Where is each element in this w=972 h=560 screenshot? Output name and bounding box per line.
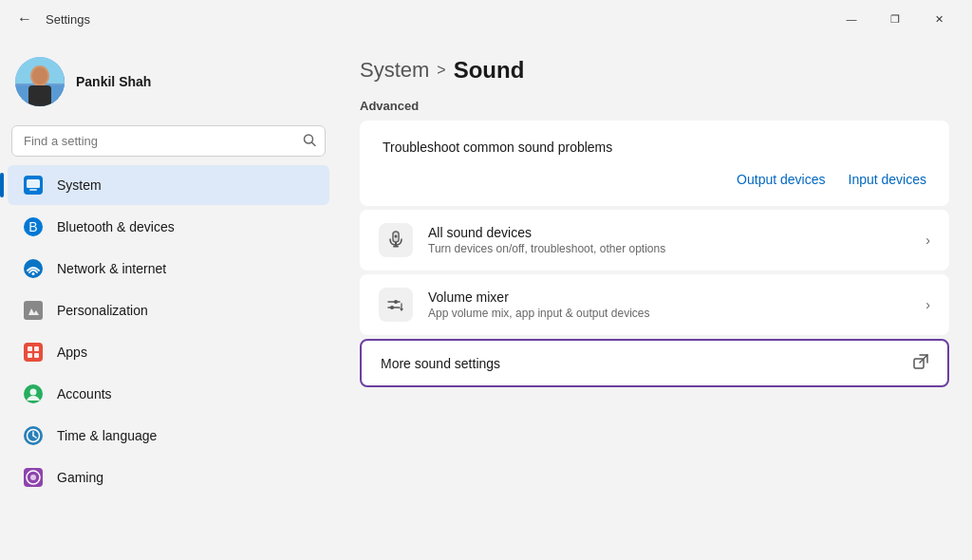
volume-mixer-text: Volume mixer App volume mix, app input &… (428, 289, 910, 320)
all-sound-devices-subtitle: Turn devices on/off, troubleshoot, other… (428, 242, 910, 255)
sidebar-item-accounts-label: Accounts (57, 386, 112, 401)
sidebar-item-network[interactable]: Network & internet (8, 249, 329, 289)
volume-mixer-icon (379, 288, 413, 322)
network-icon (23, 258, 44, 279)
volume-mixer-card: Volume mixer App volume mix, app input &… (360, 274, 949, 335)
search-input[interactable] (11, 125, 326, 157)
back-button[interactable]: ← (11, 6, 38, 32)
svg-point-29 (30, 475, 36, 480)
all-sound-devices-title: All sound devices (428, 225, 910, 240)
all-sound-devices-chevron: › (925, 233, 930, 248)
sidebar-item-gaming-label: Gaming (57, 470, 103, 485)
minimize-button[interactable]: — (830, 4, 873, 34)
breadcrumb-current: Sound (454, 57, 525, 84)
svg-rect-20 (34, 353, 39, 358)
sidebar-item-gaming[interactable]: Gaming (8, 457, 329, 497)
breadcrumb: System > Sound (360, 57, 949, 84)
time-icon (23, 425, 44, 446)
sidebar-item-bluetooth[interactable]: B Bluetooth & devices (8, 207, 329, 247)
all-sound-devices-text: All sound devices Turn devices on/off, t… (428, 225, 910, 255)
section-label-advanced: Advanced (360, 99, 949, 113)
troubleshoot-title: Troubleshoot common sound problems (383, 140, 926, 155)
sidebar: Pankil Shah System (0, 38, 337, 560)
sidebar-item-personalization[interactable]: Personalization (8, 290, 329, 330)
close-button[interactable]: ✕ (917, 4, 961, 34)
volume-mixer-title: Volume mixer (428, 289, 910, 305)
sidebar-item-personalization-label: Personalization (57, 303, 148, 318)
svg-rect-34 (393, 246, 399, 248)
troubleshoot-links: Output devices Input devices (383, 172, 926, 187)
bluetooth-icon: B (23, 216, 44, 237)
volume-mixer-row[interactable]: Volume mixer App volume mix, app input &… (360, 274, 949, 335)
svg-rect-17 (28, 346, 32, 351)
svg-point-5 (32, 67, 47, 84)
sidebar-item-accounts[interactable]: Accounts (8, 374, 329, 414)
svg-rect-9 (27, 179, 40, 188)
sidebar-item-time[interactable]: Time & language (8, 416, 329, 456)
svg-rect-15 (24, 301, 43, 320)
all-sound-devices-row[interactable]: All sound devices Turn devices on/off, t… (360, 210, 949, 271)
svg-line-7 (312, 142, 316, 146)
window-controls: — ❐ ✕ (830, 4, 961, 34)
svg-rect-19 (28, 353, 32, 358)
sidebar-item-apps-label: Apps (57, 345, 87, 360)
more-sound-settings-title: More sound settings (381, 356, 898, 371)
gaming-icon (23, 467, 44, 488)
apps-icon (23, 342, 44, 363)
maximize-button[interactable]: ❐ (873, 4, 917, 34)
volume-mixer-chevron: › (925, 297, 930, 312)
all-sound-devices-icon (379, 223, 413, 257)
troubleshoot-card: Troubleshoot common sound problems Outpu… (360, 121, 949, 206)
sidebar-item-apps[interactable]: Apps (8, 332, 329, 372)
more-sound-settings-row[interactable]: More sound settings (362, 341, 947, 385)
more-sound-settings-card: More sound settings (360, 339, 949, 387)
svg-point-32 (395, 235, 398, 238)
accounts-icon (23, 383, 44, 404)
volume-mixer-subtitle: App volume mix, app input & output devic… (428, 307, 910, 320)
content-area: System > Sound Advanced Troubleshoot com… (337, 38, 972, 560)
svg-rect-4 (28, 85, 51, 106)
avatar (15, 57, 65, 106)
svg-point-36 (394, 300, 398, 304)
sidebar-item-bluetooth-label: Bluetooth & devices (57, 219, 175, 234)
svg-point-38 (390, 306, 394, 309)
svg-point-22 (30, 389, 37, 396)
sidebar-item-time-label: Time & language (57, 428, 157, 443)
user-section: Pankil Shah (0, 46, 337, 121)
sidebar-item-system[interactable]: System (8, 165, 329, 205)
more-sound-settings-text: More sound settings (381, 356, 898, 371)
svg-rect-10 (29, 189, 37, 191)
sidebar-item-network-label: Network & internet (57, 261, 166, 276)
input-devices-link[interactable]: Input devices (849, 172, 927, 187)
svg-rect-18 (34, 346, 39, 351)
main-layout: Pankil Shah System (0, 38, 972, 560)
user-name: Pankil Shah (76, 74, 151, 89)
personalization-icon (23, 300, 44, 321)
svg-rect-16 (24, 343, 43, 362)
svg-marker-40 (400, 308, 403, 311)
svg-text:B: B (28, 219, 37, 234)
titlebar: ← Settings — ❐ ✕ (0, 0, 972, 38)
svg-point-14 (32, 272, 35, 275)
sidebar-item-system-label: System (57, 177, 102, 193)
search-icon (303, 133, 316, 149)
all-sound-devices-card: All sound devices Turn devices on/off, t… (360, 210, 949, 271)
breadcrumb-chevron: > (437, 62, 445, 79)
output-devices-link[interactable]: Output devices (737, 172, 825, 187)
window-title: Settings (46, 12, 90, 27)
system-icon (23, 175, 44, 196)
external-link-icon (913, 354, 928, 372)
search-box (11, 125, 326, 157)
breadcrumb-parent[interactable]: System (360, 58, 429, 83)
